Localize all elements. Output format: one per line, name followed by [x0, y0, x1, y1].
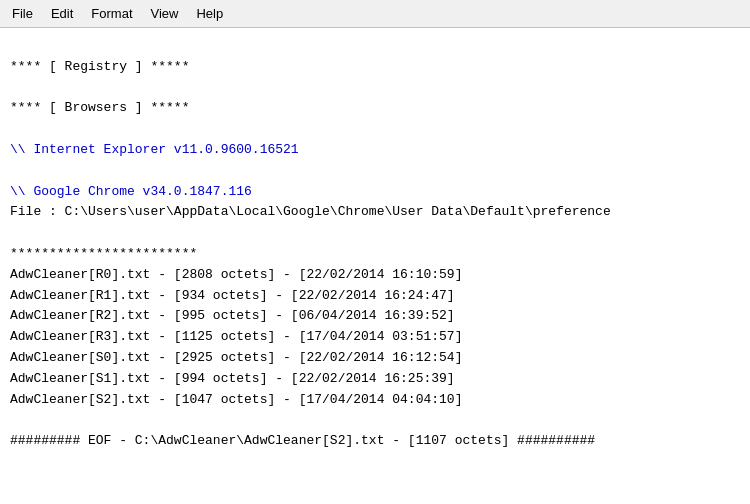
menu-edit[interactable]: Edit [43, 4, 81, 23]
menu-format[interactable]: Format [83, 4, 140, 23]
spacer-5 [10, 223, 740, 244]
text-content: **** [ Registry ] ***** **** [ Browsers … [0, 28, 750, 504]
log-r0: AdwCleaner[R0].txt - [2808 octets] - [22… [10, 265, 740, 286]
separator-stars: ************************ [10, 244, 740, 265]
eof-line: ######### EOF - C:\AdwCleaner\AdwCleaner… [10, 431, 740, 452]
spacer-6 [10, 410, 740, 431]
spacer-2 [10, 78, 740, 99]
menu-view[interactable]: View [143, 4, 187, 23]
menubar: File Edit Format View Help [0, 0, 750, 28]
menu-file[interactable]: File [4, 4, 41, 23]
ie-version: \\ Internet Explorer v11.0.9600.16521 [10, 140, 740, 161]
spacer-4 [10, 161, 740, 182]
log-r2: AdwCleaner[R2].txt - [995 octets] - [06/… [10, 306, 740, 327]
log-s2: AdwCleaner[S2].txt - [1047 octets] - [17… [10, 390, 740, 411]
chrome-version: \\ Google Chrome v34.0.1847.116 [10, 182, 740, 203]
log-s0: AdwCleaner[S0].txt - [2925 octets] - [22… [10, 348, 740, 369]
browsers-header: **** [ Browsers ] ***** [10, 98, 740, 119]
chrome-file-path: File : C:\Users\user\AppData\Local\Googl… [10, 202, 740, 223]
log-r1: AdwCleaner[R1].txt - [934 octets] - [22/… [10, 286, 740, 307]
log-r3: AdwCleaner[R3].txt - [1125 octets] - [17… [10, 327, 740, 348]
spacer-3 [10, 119, 740, 140]
registry-header: **** [ Registry ] ***** [10, 57, 740, 78]
log-s1: AdwCleaner[S1].txt - [994 octets] - [22/… [10, 369, 740, 390]
spacer-1 [10, 36, 740, 57]
menu-help[interactable]: Help [188, 4, 231, 23]
